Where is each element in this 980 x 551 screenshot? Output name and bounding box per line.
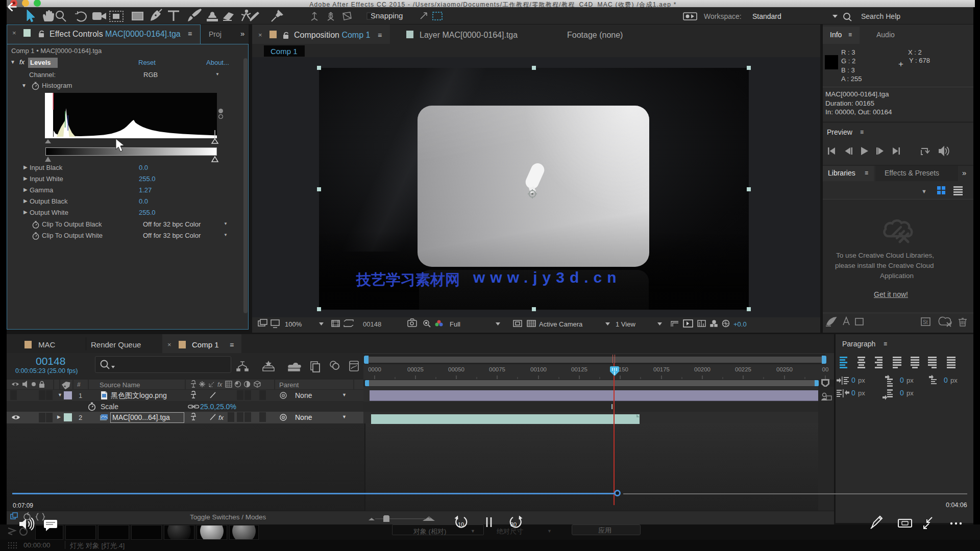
svg-text:00025: 00025 (407, 366, 424, 372)
svg-text:St: St (923, 319, 928, 325)
svg-text:#: # (77, 381, 81, 388)
svg-text:00200: 00200 (694, 366, 710, 372)
svg-text:0000: 0000 (368, 366, 381, 372)
svg-text:fx: fx (217, 381, 223, 388)
svg-text:00050: 00050 (448, 366, 464, 372)
svg-text:00100: 00100 (530, 366, 547, 372)
svg-text:00125: 00125 (571, 366, 587, 372)
svg-text:00250: 00250 (776, 366, 793, 372)
svg-text:fx: fx (218, 414, 224, 421)
svg-text:10: 10 (458, 521, 464, 528)
svg-text:00: 00 (822, 366, 829, 372)
svg-text:00225: 00225 (735, 366, 751, 372)
svg-text:00075: 00075 (489, 366, 505, 372)
svg-text:00175: 00175 (653, 366, 670, 372)
svg-text:30: 30 (510, 521, 517, 528)
